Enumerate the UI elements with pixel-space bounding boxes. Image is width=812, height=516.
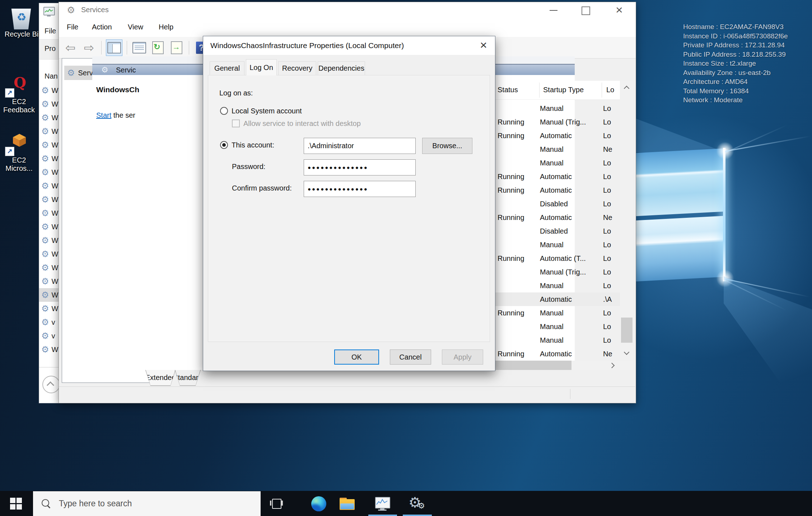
service-row[interactable]: RunningAutomaticLo <box>494 183 620 197</box>
collapse-chevron-button[interactable] <box>42 376 60 393</box>
maximize-button[interactable] <box>575 2 596 18</box>
dialog-close-button[interactable]: × <box>473 36 494 55</box>
browse-button[interactable]: Browse... <box>422 138 472 154</box>
recycle-bin-label: Recycle Bi <box>4 30 39 38</box>
task-view-button[interactable] <box>270 497 283 510</box>
performance-monitor-icon <box>43 7 54 16</box>
tab-standard[interactable]: Standard <box>175 370 201 386</box>
service-row[interactable]: RunningAutomaticLo <box>494 170 620 183</box>
column-separator[interactable] <box>602 83 602 98</box>
service-row[interactable]: ManualLo <box>494 320 620 333</box>
menu-view[interactable]: View <box>128 23 143 31</box>
vertical-scroll-thumb[interactable] <box>621 318 633 343</box>
service-row[interactable]: RunningAutomaticLo <box>494 129 620 142</box>
service-row[interactable]: RunningManual (Trig...Lo <box>494 115 620 129</box>
service-name-clipped: W <box>52 196 59 204</box>
menu-help[interactable]: Help <box>159 23 173 31</box>
services-titlebar[interactable]: ⚙ Services × <box>59 2 636 18</box>
start-button[interactable] <box>0 491 33 516</box>
column-header-status[interactable]: Status <box>498 86 518 94</box>
edge-taskbar-button[interactable] <box>311 496 327 512</box>
service-row[interactable]: RunningAutomaticNe <box>494 347 620 361</box>
password-input[interactable]: ●●●●●●●●●●●●●● <box>304 159 416 175</box>
local-system-radio[interactable] <box>220 107 228 115</box>
taskbar-search[interactable]: Type here to search <box>33 491 261 516</box>
cancel-button[interactable]: Cancel <box>390 350 431 365</box>
tab-dependencies[interactable]: Dependencies <box>318 61 365 75</box>
start-service-link[interactable]: Start <box>96 111 111 119</box>
service-gear-icon: ⚙ <box>41 182 49 190</box>
account-input[interactable]: .\Administrator <box>304 138 416 154</box>
start-line-rest: the ser <box>111 111 135 119</box>
show-console-tree-button[interactable] <box>106 39 122 56</box>
service-row[interactable]: RunningAutomaticNe <box>494 211 620 224</box>
performance-monitor-taskbar-button[interactable] <box>374 496 391 512</box>
services-gear-icon: ⚙ <box>67 5 75 15</box>
vertical-scrollbar[interactable] <box>620 81 633 360</box>
allow-desktop-checkbox[interactable] <box>232 119 240 127</box>
column-separator[interactable] <box>539 83 540 98</box>
service-name-clipped: v <box>52 318 55 327</box>
desktop-icon-recycle-bin[interactable]: ♻ Recycle Bi <box>4 8 39 38</box>
menu-action[interactable]: Action <box>92 23 112 31</box>
cell-startup: Disabled <box>540 200 603 208</box>
cell-startup: Manual <box>540 336 603 344</box>
cell-logon: Lo <box>603 159 620 167</box>
service-row[interactable]: ManualLo <box>494 238 620 252</box>
service-gear-icon: ⚙ <box>41 263 49 272</box>
apply-button[interactable]: Apply <box>442 350 483 365</box>
desktop-icon-ec2-feedback[interactable]: Q ↗ EC2 Feedback <box>3 75 35 114</box>
scroll-right-button[interactable] <box>606 361 619 370</box>
background-window-file-menu[interactable]: File <box>45 27 56 35</box>
refresh-button[interactable]: ↻ <box>150 40 166 56</box>
service-row[interactable]: DisabledLo <box>494 197 620 211</box>
tab-extended[interactable]: Extended <box>145 370 176 386</box>
file-explorer-taskbar-button[interactable] <box>339 496 355 512</box>
horizontal-scroll-thumb[interactable] <box>494 361 571 370</box>
background-window-toolbar-text[interactable]: Pro <box>45 44 56 53</box>
service-name-clipped: W <box>52 346 59 354</box>
service-name-clipped: W <box>52 168 59 177</box>
tab-recovery[interactable]: Recovery <box>278 61 316 75</box>
this-account-radio[interactable] <box>220 141 228 149</box>
column-header-startup[interactable]: Startup Type <box>543 86 584 94</box>
service-row[interactable]: DisabledLo <box>494 224 620 238</box>
properties-dialog[interactable]: WindowsChaosInfrastructure Properties (L… <box>203 36 495 371</box>
service-row[interactable]: ManualLo <box>494 279 620 292</box>
service-row[interactable]: RunningManualLo <box>494 306 620 320</box>
desktop-icon-ec2-microsoft[interactable]: ↗ EC2 Micros... <box>3 134 35 173</box>
service-row[interactable]: ManualLo <box>494 333 620 347</box>
service-name-clipped: W <box>52 250 59 258</box>
service-row[interactable]: Manual (Trig...Lo <box>494 265 620 279</box>
name-column-header[interactable]: Nan <box>45 72 58 80</box>
services-gear-icon: ⚙ <box>67 68 75 78</box>
cell-startup: Automatic <box>540 350 603 358</box>
local-system-label[interactable]: Local System account <box>232 107 302 115</box>
dialog-titlebar[interactable]: WindowsChaosInfrastructure Properties (L… <box>203 36 495 55</box>
cell-startup: Manual (Trig... <box>540 118 603 126</box>
minimize-button[interactable] <box>543 2 564 18</box>
service-row[interactable]: RunningAutomatic (T...Lo <box>494 252 620 265</box>
confirm-password-input[interactable]: ●●●●●●●●●●●●●● <box>304 181 416 197</box>
close-button[interactable]: × <box>609 2 629 18</box>
this-account-label[interactable]: This account: <box>232 141 274 149</box>
scroll-down-button[interactable] <box>620 346 633 360</box>
service-row[interactable]: Automatic.\A <box>494 292 620 306</box>
cell-status: Running <box>494 132 540 140</box>
forward-button[interactable]: ⇨ <box>81 40 97 56</box>
ok-button[interactable]: OK <box>334 350 379 365</box>
tab-log-on[interactable]: Log On <box>246 59 277 75</box>
tab-general[interactable]: General <box>210 61 244 75</box>
back-button[interactable]: ⇦ <box>62 40 78 56</box>
horizontal-scrollbar[interactable] <box>494 361 620 370</box>
properties-button[interactable] <box>131 40 147 56</box>
service-row[interactable]: ManualLo <box>494 156 620 170</box>
ec2-system-info: Hostname : EC2AMAZ-FAN98V3Instance ID : … <box>683 22 788 105</box>
menu-file[interactable]: File <box>67 23 78 31</box>
export-list-button[interactable]: → <box>169 40 185 56</box>
service-row[interactable]: ManualNe <box>494 142 620 156</box>
scroll-up-button[interactable] <box>620 81 633 94</box>
service-row[interactable]: ManualLo <box>494 102 620 115</box>
services-taskbar-button[interactable]: ⚙⚙ <box>409 496 425 512</box>
column-header-logon[interactable]: Lo <box>606 86 614 94</box>
